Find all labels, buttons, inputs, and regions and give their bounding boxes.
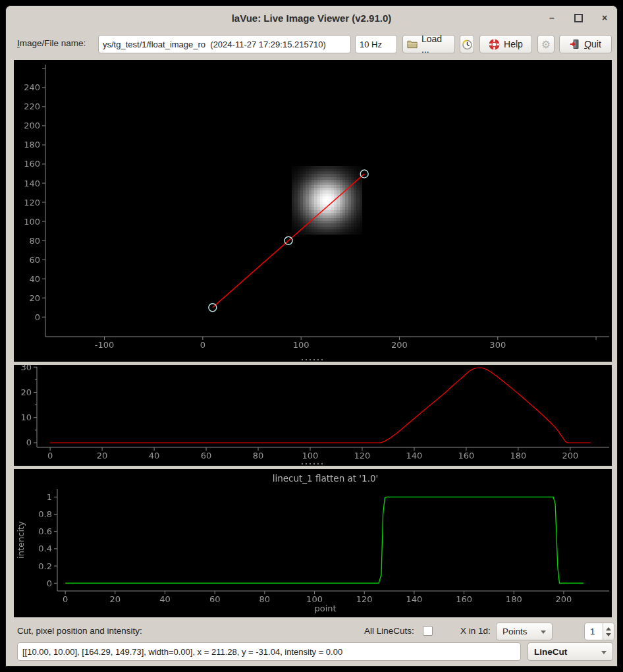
splitter-dots-icon — [302, 463, 324, 464]
svg-text:180: 180 — [510, 451, 526, 461]
titlebar: laVue: Live Image Viewer (v2.91.0) – × — [6, 6, 617, 30]
svg-text:180: 180 — [506, 594, 522, 604]
svg-text:60: 60 — [209, 594, 221, 604]
help-button[interactable]: Help — [479, 35, 532, 53]
svg-text:20: 20 — [97, 451, 108, 461]
svg-text:100: 100 — [24, 217, 40, 227]
svg-text:180: 180 — [24, 140, 40, 150]
linecut-handle[interactable] — [209, 304, 217, 312]
svg-text:240: 240 — [24, 82, 40, 92]
all-linecuts-checkbox[interactable] — [423, 626, 433, 636]
svg-text:300: 300 — [489, 340, 506, 350]
svg-text:100: 100 — [293, 340, 310, 350]
svg-text:200: 200 — [556, 594, 572, 604]
svg-text:100: 100 — [302, 451, 319, 461]
svg-text:1: 1 — [47, 492, 52, 502]
svg-text:10: 10 — [20, 412, 32, 422]
svg-text:0.2: 0.2 — [38, 561, 52, 571]
splitter-handle[interactable] — [14, 357, 612, 365]
tool-combobox[interactable]: LineCut — [528, 642, 613, 661]
svg-text:120: 120 — [356, 594, 373, 604]
svg-text:100: 100 — [306, 594, 323, 604]
x-axis-label: point — [314, 603, 336, 613]
linecut-profile-plot[interactable]: 0102030020406080100120140160180200 — [14, 365, 612, 461]
toolbar: Image/File name: 10 Hz Load ... Help — [6, 30, 617, 60]
svg-text:0: 0 — [35, 312, 40, 322]
svg-text:-100: -100 — [95, 340, 115, 350]
folder-icon — [407, 40, 418, 49]
close-button[interactable]: × — [599, 12, 610, 24]
lifering-icon — [489, 39, 500, 50]
svg-text:220: 220 — [24, 101, 40, 111]
svg-text:0: 0 — [26, 437, 32, 447]
svg-text:20: 20 — [20, 387, 32, 397]
svg-text:60: 60 — [201, 451, 212, 461]
svg-text:0: 0 — [63, 594, 68, 604]
refresh-rate-field[interactable]: 10 Hz — [355, 35, 397, 53]
svg-text:0.4: 0.4 — [38, 544, 52, 553]
svg-text:160: 160 — [458, 451, 474, 461]
minimize-button[interactable]: – — [546, 12, 558, 24]
svg-text:200: 200 — [391, 340, 408, 350]
splitter-dots-icon — [302, 359, 324, 360]
maximize-icon — [574, 14, 583, 22]
gear-icon: ⚙ — [541, 38, 551, 51]
x-in-1d-combobox[interactable]: Points — [496, 623, 553, 640]
flatten-plot[interactable]: linecut_1 flatten at '1.0'pointintencity… — [14, 469, 612, 617]
spin-up-icon[interactable] — [606, 627, 611, 630]
svg-text:40: 40 — [159, 594, 171, 604]
image-file-input[interactable] — [98, 35, 351, 53]
svg-text:120: 120 — [24, 198, 40, 208]
svg-text:140: 140 — [24, 179, 40, 188]
x-in-1d-label: X in 1d: — [460, 626, 491, 636]
svg-text:80: 80 — [29, 236, 40, 246]
window-title: laVue: Live Image Viewer (v2.91.0) — [232, 13, 392, 24]
svg-text:200: 200 — [24, 121, 40, 130]
linecut-profile — [50, 368, 591, 443]
svg-text:120: 120 — [354, 451, 371, 461]
svg-text:20: 20 — [29, 293, 40, 303]
svg-text:20: 20 — [110, 594, 121, 604]
cut-info-label: Cut, pixel position and intensity: — [17, 626, 142, 636]
svg-text:80: 80 — [253, 451, 264, 461]
svg-text:160: 160 — [24, 159, 40, 169]
y-axis-label: intencity — [16, 521, 26, 559]
image-file-name-label: Image/File name: — [17, 38, 86, 48]
quit-button[interactable]: Quit — [559, 35, 612, 53]
all-linecuts-label: All LineCuts: — [364, 626, 414, 636]
svg-text:140: 140 — [406, 451, 423, 461]
splitter-handle[interactable] — [14, 461, 612, 469]
svg-text:140: 140 — [406, 594, 422, 604]
flatten-curve — [65, 497, 583, 583]
svg-text:200: 200 — [562, 451, 578, 461]
load-button[interactable]: Load ... — [402, 35, 455, 53]
app-window: laVue: Live Image Viewer (v2.91.0) – × I… — [5, 5, 618, 667]
timer-button[interactable] — [460, 35, 474, 53]
chevron-down-icon — [541, 630, 546, 634]
svg-text:160: 160 — [456, 594, 472, 604]
svg-text:60: 60 — [29, 255, 40, 265]
svg-text:30: 30 — [20, 365, 32, 372]
settings-button[interactable]: ⚙ — [537, 35, 555, 53]
window-controls: – × — [546, 6, 610, 30]
svg-text:0: 0 — [47, 451, 53, 461]
cut-position-intensity-field[interactable] — [17, 642, 521, 661]
exit-door-icon — [570, 39, 580, 49]
linecut-roi-line[interactable] — [213, 174, 364, 308]
image-view-plot[interactable]: 020406080100120140160180200220240-100010… — [14, 60, 612, 357]
clock-icon — [462, 39, 473, 50]
linecut-count-spinbox[interactable]: 1 — [584, 623, 614, 640]
plot-title: linecut_1 flatten at '1.0' — [273, 473, 379, 484]
svg-text:40: 40 — [29, 274, 40, 284]
svg-text:0.6: 0.6 — [38, 526, 52, 536]
svg-text:80: 80 — [259, 594, 271, 604]
maximize-button[interactable] — [572, 12, 584, 24]
chevron-down-icon — [601, 651, 607, 654]
svg-text:40: 40 — [149, 451, 160, 461]
svg-text:0: 0 — [47, 578, 52, 588]
svg-text:0.8: 0.8 — [38, 509, 52, 519]
svg-text:0: 0 — [200, 340, 205, 350]
spin-down-icon[interactable] — [606, 633, 611, 636]
